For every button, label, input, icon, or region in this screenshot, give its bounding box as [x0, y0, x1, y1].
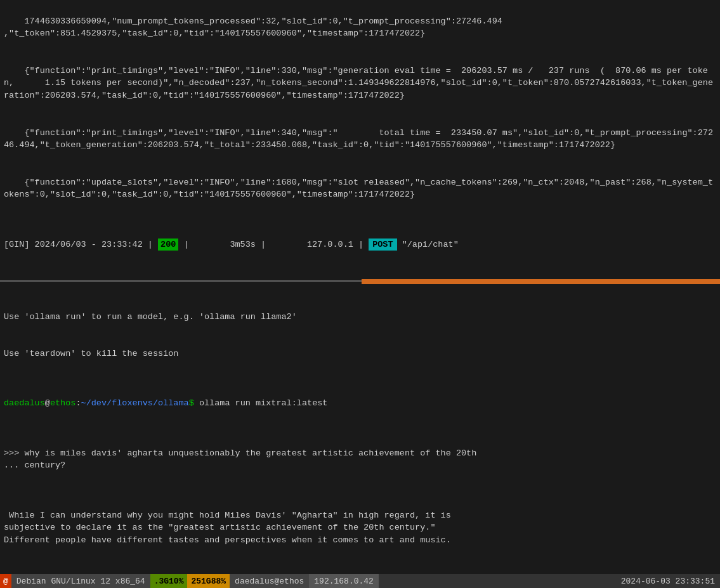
divider-right — [362, 279, 720, 284]
prompt-user: daedalus — [4, 397, 45, 410]
log-line4: {"function":"update_slots","level":"INFO… — [4, 178, 713, 200]
shell-info1: Use 'ollama run' to run a model, e.g. 'o… — [4, 311, 716, 323]
status-ip: 192.168.0.42 — [309, 574, 379, 588]
repl-question: >>> why is miles davis' agharta unquesti… — [4, 447, 716, 472]
status-at: @ — [0, 574, 11, 588]
log-line3: {"function":"print_timings","level":"INF… — [4, 128, 713, 150]
status-mem: .3G10% — [150, 574, 188, 588]
statusbar: @ Debian GNU/Linux 12 x86_64 .3G10% 251G… — [0, 574, 720, 588]
prompt-path: ~/dev/floxenvs/ollama — [81, 397, 189, 410]
prompt-cmd: ollama run mixtral:latest — [194, 397, 328, 410]
prompt-at: @ — [45, 397, 50, 410]
log-line1: 1744630336659094,"num_prompt_tokens_proc… — [4, 16, 502, 39]
gin-prefix: [GIN] 2024/06/03 - 23:33:42 | — [4, 238, 153, 251]
status-datetime: 2024-06-03 23:33:51 — [379, 574, 720, 588]
prompt-host: ethos — [50, 397, 76, 410]
repl-answer1: While I can understand why you might hol… — [4, 509, 716, 547]
status-os: Debian GNU/Linux 12 x86_64 — [11, 574, 150, 588]
gin-line: [GIN] 2024/06/03 - 23:33:42 | 200 | 3m53… — [4, 238, 716, 251]
prompt-colon: : — [75, 397, 81, 410]
log-area: 1744630336659094,"num_prompt_tokens_proc… — [0, 0, 720, 278]
log-line2: {"function":"print_timings","level":"INF… — [4, 66, 713, 100]
terminal: 1744630336659094,"num_prompt_tokens_proc… — [0, 0, 720, 588]
prompt-dollar: $ — [189, 397, 194, 410]
gin-path: "/api/chat" — [402, 238, 459, 251]
shell-area[interactable]: Use 'ollama run' to run a model, e.g. 'o… — [0, 285, 720, 574]
gin-post-badge: POST — [369, 238, 396, 251]
divider — [0, 279, 720, 284]
shell-prompt-line: daedalus @ ethos : ~/dev/floxenvs/ollama… — [4, 397, 716, 410]
status-disk: 251G88% — [187, 574, 230, 588]
gin-200-badge: 200 — [158, 238, 178, 251]
status-hostname: daedalus@ethos — [230, 574, 309, 588]
shell-info2: Use 'teardown' to kill the session — [4, 348, 716, 360]
divider-left — [0, 279, 362, 282]
gin-middle: | 3m53s | 127.0.0.1 | — [183, 238, 363, 251]
